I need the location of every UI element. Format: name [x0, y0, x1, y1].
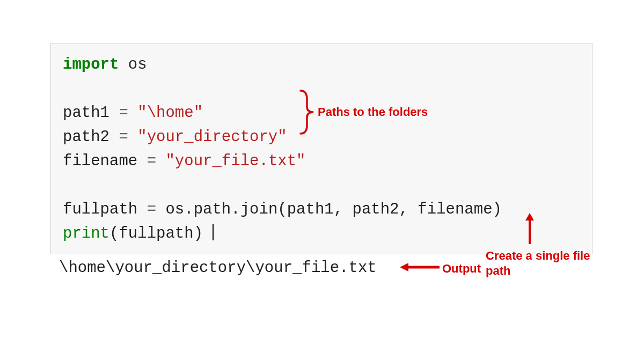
expr-join: os.path.join(path1, path2, filename): [156, 201, 502, 218]
arrow-up-icon: [523, 213, 536, 246]
var-path1: path1: [63, 104, 119, 122]
builtin-print: print: [63, 225, 109, 243]
annotation-output: Output: [442, 262, 481, 276]
code-block: import os path1 = "\home" path2 = "your_…: [50, 43, 592, 254]
annotation-paths: Paths to the folders: [318, 105, 428, 119]
code-line-5: filename = "your_file.txt": [63, 150, 580, 174]
code-blank-line: [63, 77, 580, 101]
equals-op: =: [147, 152, 156, 170]
module-os: os: [119, 56, 147, 74]
string-yourfile: "your_file.txt": [156, 152, 305, 170]
string-home: "\home": [128, 104, 203, 122]
code-line-1: import os: [63, 53, 580, 77]
code-line-4: path2 = "your_directory": [63, 126, 580, 150]
text-cursor-icon: [213, 224, 214, 240]
annotation-create-path: Create a single file path: [486, 248, 590, 278]
curly-brace-icon: [297, 89, 319, 136]
keyword-import: import: [63, 56, 119, 74]
svg-marker-3: [400, 263, 408, 271]
equals-op: =: [147, 201, 156, 218]
print-args: (fullpath): [109, 225, 203, 243]
code-line-7: fullpath = os.path.join(path1, path2, fi…: [63, 198, 580, 222]
output-text: \home\your_directory\your_file.txt: [59, 259, 377, 277]
svg-marker-1: [525, 213, 534, 221]
code-blank-line: [63, 174, 580, 198]
var-fullpath: fullpath: [63, 201, 147, 218]
var-filename: filename: [63, 152, 147, 170]
equals-op: =: [119, 104, 128, 122]
string-yourdir: "your_directory": [128, 128, 287, 146]
arrow-left-icon: [400, 261, 442, 274]
var-path2: path2: [63, 128, 119, 146]
code-line-8: print(fullpath): [63, 222, 580, 246]
equals-op: =: [119, 128, 128, 146]
